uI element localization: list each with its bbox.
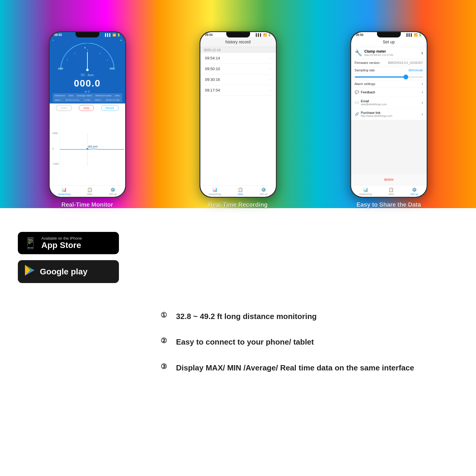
max-val: 000.1 [55,99,61,101]
data3-icon: 📋 [389,187,394,192]
nav-measuring[interactable]: 📊 measuring [58,187,70,196]
history-item-2[interactable]: 09:50:10 › [200,64,276,74]
stats-row: Maximum time average value Minimum value… [53,93,122,98]
record-time-1: 09:54:14 [205,56,220,60]
nav2-setup[interactable]: ⚙️ Set up [260,187,267,196]
alarm-label: Alarm settings [355,82,376,86]
setup3-icon: ⚙️ [412,187,417,192]
setup-icon: ⚙️ [110,187,115,192]
phone2-status-icons: ▌▌▌ 📶 🔋 [256,33,271,37]
measuring2-icon: 📊 [212,187,217,192]
purchase-value: http://www.elinkthings.com [361,114,392,117]
measuring2-label: measuring [209,193,221,196]
app-store-text: Available on the iPhone App Store [41,236,82,250]
nav-data[interactable]: 📋 data [87,187,92,196]
alarm-chevron: › [422,82,423,86]
measuring-label: measuring [58,193,70,196]
nav2-data[interactable]: 📋 data [238,187,243,196]
purchase-row[interactable]: 🔗 Purchase link http://www.elinkthings.c… [351,109,427,120]
battery2-icon: 🔋 [268,33,271,37]
google-play-badge[interactable]: Google play [18,260,119,283]
plus-icon[interactable]: + [120,38,122,42]
phones-row: 09:50 ▌▌▌ 📶 🔋 ‹ + [0,25,476,208]
google-play-main-text: Google play [40,267,87,277]
nav3-measuring[interactable]: 📊 measuring [359,187,372,196]
sampling-value: 60/minute [409,68,423,72]
setup2-label: Set up [260,193,267,196]
chevron-1: › [270,56,271,60]
avg-label: average value [77,94,92,97]
phone3-notch [377,32,401,37]
feedback-row[interactable]: 💬 Feedback › [351,88,427,97]
phone1-caption: Real-Time Monitor [61,198,113,208]
app-store-top-text: Available on the iPhone [41,236,82,241]
firmware-value: BM02H5S4.0.0_20200307 [388,61,423,65]
svg-line-5 [107,59,108,61]
data-icon: 📋 [87,187,92,192]
dc-auto-label: DC Auto [53,73,122,77]
features-list: ① 32.8 ~ 49.2 ft long distance monitorin… [149,220,458,464]
firmware-row: Firmware version BM02H5S4.0.0_20200307 [351,59,427,67]
phone3-status-icons: ▌▌▌ 📶 🔋 [406,33,422,37]
history-item-4[interactable]: 09:17:54 › [200,85,276,96]
feedback-label: Feedback [361,90,375,94]
svg-point-11 [86,69,89,71]
graph-svg: 1000 0 -1000 000.1mV [51,114,124,184]
feature-item-2: ② Easy to connect to your phone/ tablet [161,337,458,347]
battery3-icon: 🔋 [418,33,422,37]
svg-line-1 [67,59,68,61]
nav2-measuring[interactable]: 📊 measuring [209,187,221,196]
nav3-data[interactable]: 📋 data [389,187,394,196]
graph-area: 1000 0 -1000 000.1mV [50,112,125,185]
nav-setup[interactable]: ⚙️ Set up [109,187,117,196]
measuring-icon: 📊 [62,187,67,192]
reset-button[interactable]: Reset [101,105,119,111]
top-section: 09:50 ▌▌▌ 📶 🔋 ‹ + [0,0,476,208]
device-name: Clamp meter [365,49,394,54]
gauge-top-bar: ‹ + [53,38,122,42]
phone3-col: 09:50 ▌▌▌ 📶 🔋 Set up 🔧 Clamp meter [350,31,428,208]
app-store-badge[interactable]: 📱 Available on the iPhone App Store [18,232,119,254]
email-label: Email [361,99,369,103]
back-arrow[interactable]: ‹ [53,38,54,42]
setup3-label: Set up [410,193,418,196]
alarm-row[interactable]: Alarm settings › [351,80,427,88]
device-row[interactable]: 🔧 Clamp meter Mac:01:B3:EC:C0:27:8A › [351,47,427,59]
device-info: 🔧 Clamp meter Mac:01:B3:EC:C0:27:8A [355,49,394,56]
slider-track [355,76,423,78]
history-item-3[interactable]: 09:30:16 › [200,74,276,85]
delete-row[interactable]: delete [351,174,427,185]
slider-thumb[interactable] [403,75,408,79]
data2-label: data [238,193,243,196]
stop-button[interactable]: stop [79,105,94,111]
signal-icon: ▌▌▌ [105,33,111,37]
record-time-3: 09:30:16 [205,77,220,82]
measuring3-icon: 📊 [363,187,368,192]
svg-text:0: 0 [84,47,86,49]
phone2-nav: 📊 measuring 📋 data ⚙️ Set up [200,185,276,197]
email-row[interactable]: ✉️ Email sale@elinkthings.com › [351,97,427,109]
google-play-text: Google play [40,267,87,277]
email-icon: ✉️ [355,100,359,105]
history-item-1[interactable]: 09:54:14 › [200,53,276,64]
feedback-chevron: › [422,90,423,94]
svg-line-4 [99,53,101,54]
dc-label: DC [81,73,85,77]
phone2-notch [226,32,250,37]
device-icon: 🔧 [355,49,362,56]
svg-line-2 [74,53,76,54]
wifi3-icon: 📶 [414,33,417,37]
signal2-icon: ▌▌▌ [256,33,262,37]
app-store-main-text: App Store [41,241,82,250]
start-button[interactable]: Start [56,105,72,111]
feature-number-1: ① [161,311,171,319]
purchase-icon-label: 🔗 Purchase link http://www.elinkthings.c… [355,111,392,117]
slider-fill [355,76,406,78]
phone3-time: 09:50 [356,33,364,37]
feature-number-2: ② [161,337,171,345]
phone1-screen: 09:50 ▌▌▌ 📶 🔋 ‹ + [50,32,125,197]
slider-row[interactable] [351,74,427,80]
time2-label: time [115,94,120,97]
nav3-setup[interactable]: ⚙️ Set up [410,187,418,196]
feature-text-1: 32.8 ~ 49.2 ft long distance monitoring [176,311,317,322]
